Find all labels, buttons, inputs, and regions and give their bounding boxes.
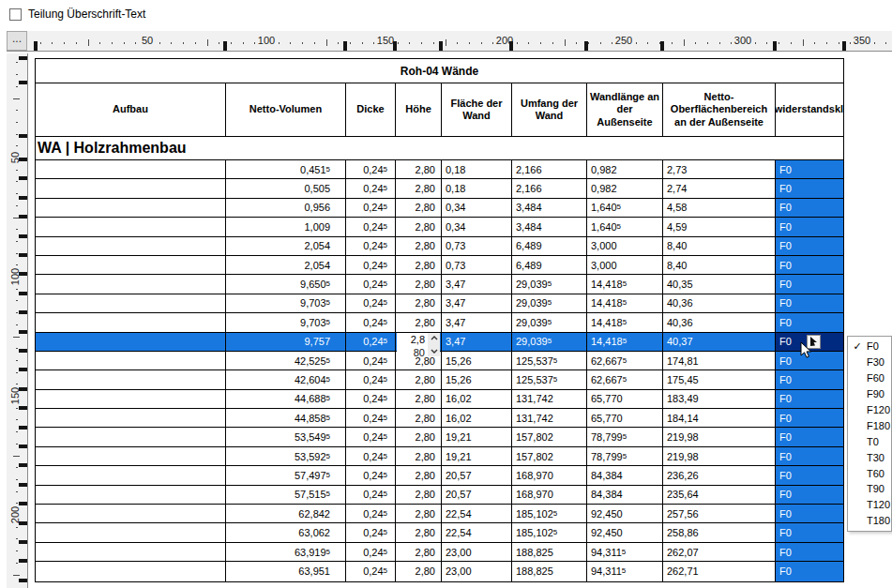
cell-netto-oberflaeche-aussenseite[interactable]: 8,40 — [663, 237, 776, 255]
row-boundary-handle[interactable] — [19, 368, 27, 371]
cell-dicke[interactable]: 0,245 — [346, 447, 396, 465]
cell-feuerwiderstandsklasse[interactable]: F0 — [776, 466, 843, 484]
ruler-options-button[interactable]: ... — [7, 31, 27, 51]
cell-flaeche-der-wand[interactable]: 20,57 — [442, 466, 512, 484]
cell-flaeche-der-wand[interactable]: 3,47 — [442, 333, 512, 351]
fire-class-menu-item[interactable]: T90 — [848, 481, 891, 497]
cell-umfang-der-wand[interactable]: 185,1025 — [512, 505, 587, 522]
row-boundary-handle[interactable] — [19, 215, 27, 219]
row-boundary-handle[interactable] — [19, 540, 27, 544]
cell-netto-volumen[interactable]: 57,4975 — [226, 466, 346, 484]
fire-class-menu-item[interactable]: T0 — [848, 433, 891, 449]
cell-wandlaenge-aussenseite[interactable]: 62,6675 — [587, 352, 663, 369]
cell-wandlaenge-aussenseite[interactable]: 0,982 — [587, 179, 663, 197]
cell-aufbau[interactable] — [36, 562, 226, 580]
cell-dicke[interactable]: 0,245 — [346, 390, 396, 408]
cell-hoehe[interactable]: 2,80 — [396, 447, 442, 465]
cell-aufbau[interactable] — [36, 294, 226, 312]
cell-feuerwiderstandsklasse[interactable]: F0 — [776, 543, 843, 561]
cell-dicke[interactable]: 0,245 — [346, 523, 396, 541]
column-boundary-handle[interactable] — [343, 41, 347, 51]
cell-dicke[interactable]: 0,245 — [346, 199, 396, 217]
cell-aufbau[interactable] — [36, 218, 226, 235]
cell-umfang-der-wand[interactable]: 188,825 — [512, 543, 587, 561]
cell-feuerwiderstandsklasse[interactable]: F0 — [776, 294, 843, 312]
cell-dicke[interactable]: 0,245 — [346, 562, 396, 580]
cell-netto-oberflaeche-aussenseite[interactable]: 40,35 — [663, 275, 776, 293]
cell-flaeche-der-wand[interactable]: 0,34 — [442, 199, 512, 217]
split-header-text-checkbox[interactable] — [9, 8, 22, 21]
cell-dicke[interactable]: 0,245 — [346, 486, 396, 504]
cell-flaeche-der-wand[interactable]: 16,02 — [442, 390, 512, 408]
cell-netto-oberflaeche-aussenseite[interactable]: 235,64 — [663, 486, 776, 504]
cell-netto-volumen[interactable]: 2,054 — [226, 237, 346, 255]
cell-netto-volumen[interactable]: 63,951 — [226, 562, 346, 580]
cell-netto-oberflaeche-aussenseite[interactable]: 2,74 — [663, 179, 776, 197]
cell-feuerwiderstandsklasse[interactable]: F0 — [776, 486, 843, 504]
cell-aufbau[interactable] — [36, 179, 226, 197]
cell-flaeche-der-wand[interactable]: 0,73 — [442, 237, 512, 255]
cell-feuerwiderstandsklasse[interactable]: F0 — [776, 179, 843, 197]
cell-dicke[interactable]: 0,245 — [346, 294, 396, 312]
cell-netto-oberflaeche-aussenseite[interactable]: 257,56 — [663, 505, 776, 522]
cell-feuerwiderstandsklasse[interactable]: F0 — [776, 218, 843, 235]
cell-dicke[interactable]: 0,245 — [346, 370, 396, 388]
cell-netto-oberflaeche-aussenseite[interactable]: 175,45 — [663, 370, 776, 388]
fire-class-menu-item[interactable]: ✓F0 — [848, 339, 891, 354]
cell-umfang-der-wand[interactable]: 131,742 — [512, 409, 587, 427]
cell-netto-oberflaeche-aussenseite[interactable]: 184,14 — [663, 409, 776, 427]
cell-netto-oberflaeche-aussenseite[interactable]: 219,98 — [663, 428, 776, 445]
cell-hoehe[interactable]: 2,80 — [396, 199, 442, 217]
cell-netto-volumen[interactable]: 9,757 — [226, 333, 346, 351]
row-boundary-handle[interactable] — [19, 253, 27, 257]
cell-umfang-der-wand[interactable]: 3,484 — [512, 218, 587, 235]
cell-wandlaenge-aussenseite[interactable]: 92,450 — [587, 523, 663, 541]
cell-hoehe[interactable]: 2,80 — [396, 218, 442, 235]
cell-netto-volumen[interactable]: 42,6045 — [226, 370, 346, 388]
cell-aufbau[interactable] — [36, 237, 226, 255]
column-boundary-handle[interactable] — [842, 41, 846, 51]
cell-dicke[interactable]: 0,245 — [346, 275, 396, 293]
cell-hoehe[interactable]: 2,80 — [396, 505, 442, 522]
cell-wandlaenge-aussenseite[interactable]: 14,4185 — [587, 294, 663, 312]
cell-dicke[interactable]: 0,245 — [346, 333, 396, 351]
row-boundary-handle[interactable] — [19, 158, 27, 161]
row-boundary-handle[interactable] — [19, 502, 27, 505]
cell-aufbau[interactable] — [36, 428, 226, 445]
cell-aufbau[interactable] — [36, 160, 226, 178]
cell-netto-oberflaeche-aussenseite[interactable]: 2,73 — [663, 160, 776, 178]
cell-feuerwiderstandsklasse[interactable]: F0 — [776, 523, 843, 541]
row-boundary-handle[interactable] — [19, 579, 27, 582]
fire-class-menu-item[interactable]: T180 — [848, 513, 891, 529]
cell-netto-oberflaeche-aussenseite[interactable]: 8,40 — [663, 256, 776, 274]
cell-feuerwiderstandsklasse[interactable]: F0 — [776, 409, 843, 427]
cell-wandlaenge-aussenseite[interactable]: 14,4185 — [587, 333, 663, 351]
fire-class-menu-item[interactable]: T30 — [848, 449, 891, 465]
cell-umfang-der-wand[interactable]: 29,0395 — [512, 294, 587, 312]
cell-dicke[interactable]: 0,245 — [346, 466, 396, 484]
row-boundary-handle[interactable] — [19, 406, 27, 410]
cell-netto-oberflaeche-aussenseite[interactable]: 40,37 — [663, 333, 776, 351]
cell-wandlaenge-aussenseite[interactable]: 92,450 — [587, 505, 663, 522]
cell-umfang-der-wand[interactable]: 125,5375 — [512, 352, 587, 369]
cell-umfang-der-wand[interactable]: 168,970 — [512, 486, 587, 504]
row-boundary-handle[interactable] — [19, 330, 27, 334]
cell-flaeche-der-wand[interactable]: 3,47 — [442, 275, 512, 293]
cell-wandlaenge-aussenseite[interactable]: 0,982 — [587, 160, 663, 178]
row-boundary-handle[interactable] — [19, 81, 27, 84]
cell-umfang-der-wand[interactable]: 29,0395 — [512, 275, 587, 293]
column-header-hoehe[interactable]: Höhe — [396, 83, 442, 136]
cell-netto-oberflaeche-aussenseite[interactable]: 258,86 — [663, 523, 776, 541]
column-header-feuerwiderstandsklasse[interactable]: Feuerwiderstandsklassen — [776, 83, 843, 136]
cell-netto-oberflaeche-aussenseite[interactable]: 174,81 — [663, 352, 776, 369]
fire-class-menu-item[interactable]: F90 — [848, 386, 891, 402]
cell-wandlaenge-aussenseite[interactable]: 94,3115 — [587, 543, 663, 561]
cell-netto-volumen[interactable]: 9,7035 — [226, 313, 346, 331]
cell-umfang-der-wand[interactable]: 185,1025 — [512, 523, 587, 541]
cell-flaeche-der-wand[interactable]: 15,26 — [442, 352, 512, 369]
cell-flaeche-der-wand[interactable]: 22,54 — [442, 523, 512, 541]
cell-wandlaenge-aussenseite[interactable]: 78,7995 — [587, 447, 663, 465]
cell-hoehe[interactable]: 2,80 — [396, 562, 442, 580]
fire-class-menu-item[interactable]: T60 — [848, 465, 891, 481]
cell-umfang-der-wand[interactable]: 168,970 — [512, 466, 587, 484]
